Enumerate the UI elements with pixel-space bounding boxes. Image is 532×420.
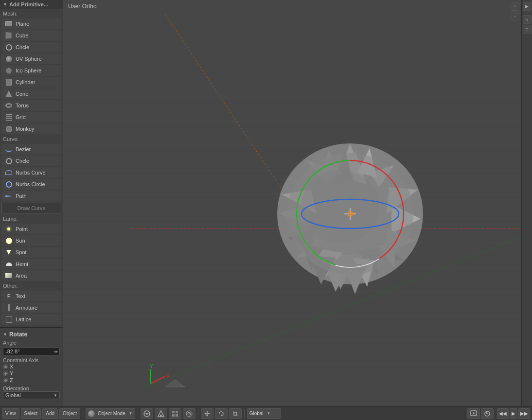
viewport[interactable]: User Ortho + - X Y <box>63 0 521 406</box>
proportional-icon <box>185 410 193 418</box>
menu-item-monkey[interactable]: Monkey <box>1 123 61 134</box>
play-btn[interactable]: ▶ <box>510 408 517 419</box>
object-menu-button[interactable]: Object <box>59 408 80 419</box>
right-btn-2[interactable]: N <box>523 15 532 24</box>
menu-item-armature[interactable]: Armature <box>1 302 61 313</box>
angle-label: Angle <box>3 340 60 346</box>
add-menu-button[interactable]: Add <box>42 408 58 419</box>
svg-point-95 <box>486 412 488 414</box>
svg-rect-77 <box>172 411 175 413</box>
frame-next-btn[interactable]: ▶▶ <box>518 408 530 419</box>
angle-field[interactable]: -82.8° ◂▸ <box>3 348 60 355</box>
svg-point-83 <box>189 413 190 414</box>
select-menu-button[interactable]: Select <box>21 408 41 419</box>
menu-item-cylinder[interactable]: Cylinder <box>1 77 61 88</box>
constraint-section: Constraint Axis X Y <box>3 356 60 385</box>
orientation-toolbar-dropdown[interactable]: Global ▼ <box>247 408 281 419</box>
cylinder-icon <box>4 78 13 87</box>
grid-snap-button[interactable] <box>169 408 181 419</box>
nurbscircle-label: Nurbs Circle <box>16 181 45 187</box>
toolbar-sep-2 <box>138 409 138 419</box>
viewport-controls: + - <box>511 2 519 20</box>
sun-label: Sun <box>16 238 25 244</box>
mode-dropdown[interactable]: Object Mode ▼ <box>86 408 135 419</box>
zoom-out-button[interactable]: - <box>511 12 519 20</box>
icosphere-icon <box>4 66 13 75</box>
pivot-button[interactable] <box>141 408 153 419</box>
bezier-label: Bezier <box>16 146 31 152</box>
cone-icon <box>4 89 13 98</box>
svg-line-90 <box>232 411 234 412</box>
menu-item-area[interactable]: Area <box>1 270 61 281</box>
menu-item-plane[interactable]: Plane <box>1 18 61 29</box>
menu-item-circle[interactable]: Circle <box>1 42 61 52</box>
svg-rect-89 <box>234 412 237 415</box>
menu-item-torus[interactable]: Torus <box>1 100 61 111</box>
scale-tool-btn[interactable] <box>229 408 242 419</box>
toolbar-sep-1 <box>83 409 83 419</box>
rotate-tool-btn[interactable] <box>215 408 228 419</box>
hemi-label: Hemi <box>16 261 28 267</box>
proportional-btn[interactable] <box>183 408 195 419</box>
menu-item-cube[interactable]: Cube <box>1 30 61 41</box>
menu-item-nurbscircle[interactable]: Nurbs Circle <box>1 179 61 190</box>
menu-item-text[interactable]: F Text <box>1 291 61 301</box>
nurbscurve-icon <box>4 168 13 177</box>
rotate-triangle: ▼ <box>3 332 7 337</box>
material-btn[interactable] <box>481 408 494 419</box>
render-btn[interactable] <box>467 408 480 419</box>
torus-icon <box>4 101 13 110</box>
menu-item-circle-curve[interactable]: Circle <box>1 156 61 166</box>
area-label: Area <box>16 273 27 279</box>
right-btn-3[interactable]: T <box>523 25 532 34</box>
panel-header: ▼ Add Primitive... <box>0 0 63 9</box>
z-radio[interactable] <box>3 378 8 383</box>
frame-prev-btn[interactable]: ◀◀ <box>497 408 509 419</box>
zoom-in-button[interactable]: + <box>511 2 519 11</box>
menu-item-sun[interactable]: Sun <box>1 235 61 246</box>
frame-area: ◀◀ ▶ ▶▶ <box>497 408 530 419</box>
menu-item-uvsphere[interactable]: UV Sphere <box>1 53 61 64</box>
uvsphere-icon <box>4 54 13 63</box>
right-btn-1[interactable]: ▶ <box>523 2 532 11</box>
rotate-title: Rotate <box>9 331 27 338</box>
hemi-icon <box>4 260 13 268</box>
right-panel: ▶ N T <box>521 0 532 406</box>
snap-button[interactable] <box>155 408 167 419</box>
circle-icon <box>4 43 13 52</box>
pivot-icon <box>143 410 151 418</box>
menu-item-grid[interactable]: Grid <box>1 112 61 122</box>
menu-item-bezier[interactable]: Bezier <box>1 144 61 155</box>
svg-point-76 <box>160 415 162 417</box>
panel-header-title: Add Primitive... <box>9 1 48 7</box>
circle-label: Circle <box>16 44 29 50</box>
orientation-section: Orientation Global ▼ <box>3 385 60 400</box>
rotate-panel: ▼ Rotate Angle -82.8° ◂▸ Constraint Axis… <box>0 327 63 402</box>
menu-item-path[interactable]: Path <box>1 191 61 201</box>
spot-icon <box>4 248 13 257</box>
orientation-dropdown[interactable]: Global ▼ <box>3 391 60 399</box>
plane-icon <box>4 19 13 28</box>
menu-item-hemi[interactable]: Hemi <box>1 259 61 269</box>
lattice-icon <box>4 315 13 324</box>
draw-curve-button[interactable]: Draw Curve <box>1 203 61 213</box>
menu-item-spot[interactable]: Spot <box>1 247 61 258</box>
menu-item-cone[interactable]: Cone <box>1 88 61 99</box>
monkey-icon <box>4 124 13 133</box>
monkey-label: Monkey <box>16 126 35 132</box>
y-radio[interactable] <box>3 371 8 376</box>
render-icon <box>470 410 478 418</box>
menu-item-icosphere[interactable]: Ico Sphere <box>1 65 61 76</box>
angle-drag-icon: ◂▸ <box>53 349 58 354</box>
cube-label: Cube <box>16 33 28 38</box>
menu-item-nurbscurve[interactable]: Nurbs Curve <box>1 167 61 178</box>
menu-item-point[interactable]: Point <box>1 224 61 234</box>
toolbar-sep-4 <box>244 409 245 419</box>
view-menu-button[interactable]: View <box>2 408 19 419</box>
grab-tool-btn[interactable] <box>201 408 213 419</box>
grid-snap-icon <box>171 410 179 418</box>
menu-item-lattice[interactable]: Lattice <box>1 314 61 325</box>
x-radio[interactable] <box>3 364 8 369</box>
svg-marker-84 <box>206 411 208 412</box>
z-axis-label: Z <box>10 377 13 383</box>
